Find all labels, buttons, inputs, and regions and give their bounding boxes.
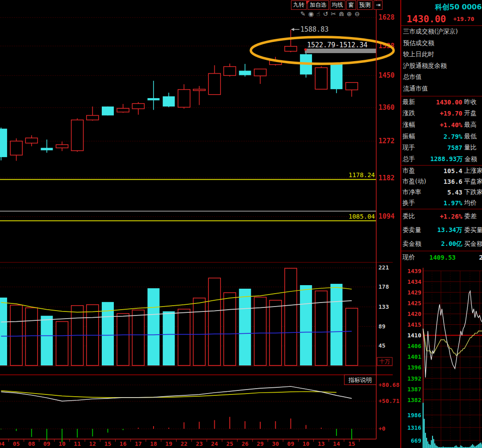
row-value: 1288.93万 [430, 155, 463, 163]
candle [178, 90, 190, 108]
window-button[interactable]: 窗 [346, 0, 357, 10]
order-section: 委比+1.26%委差委卖量13.34万委买量卖金额2.00亿买金额 [401, 209, 482, 251]
volume-axis-label: 178 [378, 283, 389, 290]
date-label: 22 [180, 440, 187, 447]
volume-bar [25, 308, 37, 365]
row-label-right: 最低 [464, 133, 477, 141]
row-value: 1430.00 [430, 99, 462, 106]
row-value: 105.4 [430, 167, 462, 174]
info-row-label: 三市成交额(沪深京) [401, 26, 482, 37]
forecast-button[interactable]: 预测 [357, 0, 373, 10]
volume-bar [346, 308, 358, 365]
volume-bar [102, 302, 114, 365]
quote-row: 最新1430.00昨收 [401, 96, 482, 108]
row-label: 振幅 [401, 133, 430, 141]
quote-row: 涨跌+19.70开盘 [401, 108, 482, 120]
row-label-right: 开盘 [464, 109, 477, 117]
level-label: 1178.24 [349, 171, 375, 178]
date-label: 15 [104, 440, 112, 447]
undo-icon[interactable]: ↺ [323, 10, 328, 17]
volume-axis-label: 221 [378, 264, 389, 271]
volume-bar [239, 289, 251, 365]
volume-bar [193, 298, 205, 365]
quote-row: 市盈(动)136.6平盘家 [401, 176, 482, 187]
quote-row: 委卖量13.34万委买量 [401, 223, 482, 237]
volume-axis-label: 133 [378, 303, 389, 310]
price-axis-label: 1360 [378, 104, 395, 112]
candle [10, 141, 22, 155]
row-label: 委卖量 [401, 226, 430, 234]
candle [285, 46, 297, 51]
row-label-right: 量比 [464, 144, 477, 152]
volume-bar [330, 284, 342, 365]
row-label: 委比 [401, 212, 430, 220]
date-label: 05 [13, 440, 20, 447]
pen-icon[interactable]: ✎ [300, 10, 306, 17]
candle [254, 69, 266, 76]
candle [102, 107, 114, 116]
stock-title: 科创50 00068 [401, 0, 482, 12]
quote-row: 委比+1.26%委差 [401, 209, 482, 223]
row-value: 2.00亿 [430, 240, 462, 248]
quote-row: 换手1.97%均价 [401, 198, 482, 208]
volume-bar [208, 278, 220, 365]
row-label: 涨幅 [401, 121, 430, 129]
jump-button[interactable]: ⇥ [374, 0, 382, 10]
row-value: 1.97% [430, 199, 462, 207]
high-annotation: 1588.83 [300, 25, 328, 33]
quote-row: 现手7587量比 [401, 142, 482, 153]
drawing-tools: ✎◉☝↺✂⋒⊕⊖ [300, 10, 362, 17]
row-label-right: 最高 [464, 121, 477, 129]
eye-icon[interactable]: ◉ [308, 10, 314, 17]
row-label-right: 金额 [465, 155, 477, 163]
nine-turn-button[interactable]: 九转 [291, 0, 307, 10]
quote-row: 振幅2.79%最低 [401, 131, 482, 142]
volume-bar [41, 316, 53, 365]
row-value: +1.26% [430, 213, 462, 220]
info-row-label: 预估成交额 [401, 37, 482, 49]
quote-row: 涨幅+1.40%最高 [401, 119, 482, 131]
price-axis-label: 1450 [378, 71, 395, 79]
add-watchlist-button[interactable]: 加自选 [307, 0, 329, 10]
price-axis-label: 1182 [378, 174, 395, 182]
row-value: +1.40% [430, 121, 462, 129]
row-label: 换手 [401, 199, 430, 207]
scissors-icon[interactable]: ✂ [331, 10, 336, 17]
date-label: 26 [241, 440, 249, 447]
date-label: 24 [211, 440, 218, 447]
candle [0, 129, 7, 157]
date-label: 14 [333, 440, 340, 447]
candle [239, 71, 251, 75]
indicator-axis-label: +0 [378, 425, 386, 432]
quote-row: 市盈105.4上涨家 [401, 166, 482, 176]
volume-bar [163, 311, 175, 365]
indicator-legend-button[interactable]: 指标说明 [345, 375, 377, 385]
volume-bar [300, 285, 312, 365]
row-label: 市净率 [401, 188, 430, 196]
price-axis-label: 1272 [378, 137, 395, 145]
zoom-out-icon[interactable]: ⊖ [354, 10, 360, 17]
date-label: 30 [272, 440, 279, 447]
volume-unit-label: 十万 [379, 358, 390, 365]
volume-bar [10, 305, 22, 365]
hand-icon[interactable]: ☝ [316, 10, 320, 17]
candle [330, 63, 342, 89]
candle [163, 96, 175, 107]
ma-button[interactable]: 均线 [330, 0, 345, 10]
lock-icon[interactable]: ⋒ [339, 10, 344, 17]
date-label: 16 [120, 440, 127, 447]
zoom-in-icon[interactable]: ⊕ [347, 10, 352, 17]
volume-bar [285, 268, 297, 365]
volume-bar [132, 310, 144, 365]
date-label: 08 [28, 440, 35, 447]
market-info-section: 三市成交额(沪深京)预估成交额较上日此时沪股通额度余额总市值流通市值 [401, 26, 482, 96]
quote-panel: 科创50 00068 1430.00 +19.70 三市成交额(沪深京)预估成交… [400, 0, 482, 448]
row-label-right: 委差 [464, 212, 477, 220]
quote-row: 总手1288.93万金额 [401, 153, 482, 165]
range-annotation: 1522.79-1512.34 [307, 41, 367, 49]
candle [346, 83, 358, 90]
price-axis-label: 1094 [378, 212, 395, 220]
row-label: 最新 [401, 98, 430, 106]
row-label-right: 上涨家 [464, 167, 482, 175]
current-price-value: 1409.53 [429, 254, 456, 261]
